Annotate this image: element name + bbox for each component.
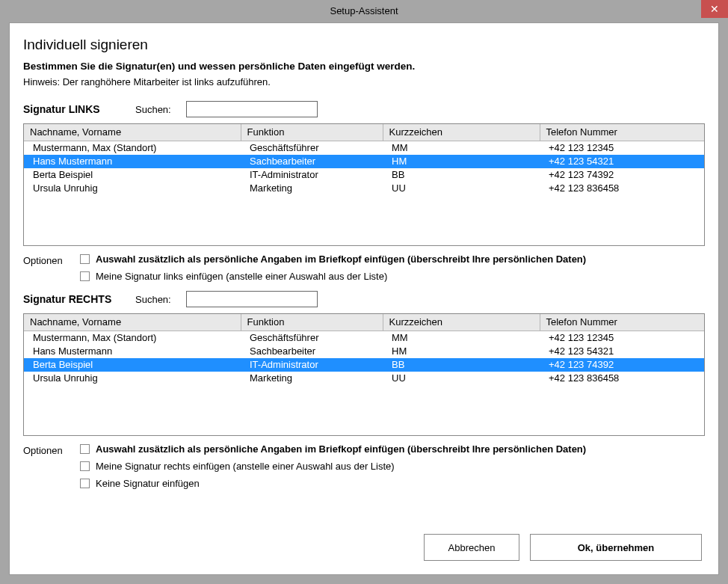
table-cell-name: Mustermann, Max (Standort) bbox=[24, 331, 241, 345]
search-label-right: Suchen: bbox=[135, 294, 171, 305]
close-button[interactable]: ✕ bbox=[701, 0, 728, 18]
table-cell-name: Berta Beispiel bbox=[24, 358, 241, 372]
table-row[interactable]: Hans MustermannSachbearbeiterHM+42 123 5… bbox=[24, 155, 704, 168]
table-cell-func: Geschäftsführer bbox=[241, 331, 383, 345]
option-label: Meine Signatur links einfügen (anstelle … bbox=[96, 271, 387, 282]
table-cell-tel: +42 123 12345 bbox=[540, 141, 704, 155]
table-cell-name: Berta Beispiel bbox=[24, 168, 241, 182]
page-subtitle: Bestimmen Sie die Signatur(en) und wesse… bbox=[23, 61, 705, 72]
option-checkbox[interactable] bbox=[80, 444, 90, 454]
option-row[interactable]: Keine Signatur einfügen bbox=[80, 478, 586, 489]
col-header-func[interactable]: Funktion bbox=[241, 314, 383, 331]
table-cell-tel: +42 123 836458 bbox=[540, 182, 704, 195]
table-cell-tel: +42 123 74392 bbox=[540, 168, 704, 182]
section-title-right: Signatur RECHTS bbox=[23, 293, 120, 305]
options-label-left: Optionen bbox=[23, 253, 68, 282]
table-cell-func: IT-Administrator bbox=[241, 358, 383, 372]
table-cell-tel: +42 123 54321 bbox=[540, 155, 704, 168]
search-input-left[interactable] bbox=[186, 101, 318, 117]
options-list-left: Auswahl zusätzlich als persönliche Angab… bbox=[80, 253, 586, 282]
table-cell-func: Marketing bbox=[241, 182, 383, 195]
option-checkbox[interactable] bbox=[80, 254, 90, 264]
option-checkbox[interactable] bbox=[80, 271, 90, 281]
table-cell-tel: +42 123 836458 bbox=[540, 372, 704, 385]
option-row[interactable]: Meine Signatur links einfügen (anstelle … bbox=[80, 271, 586, 282]
table-row[interactable]: Berta BeispielIT-AdministratorBB+42 123 … bbox=[24, 358, 704, 372]
table-row[interactable]: Mustermann, Max (Standort)Geschäftsführe… bbox=[24, 141, 704, 155]
table-cell-name: Ursula Unruhig bbox=[24, 372, 241, 385]
table-cell-kurz: MM bbox=[383, 331, 540, 345]
option-label: Keine Signatur einfügen bbox=[96, 478, 200, 489]
col-header-kurz[interactable]: Kurzzeichen bbox=[383, 124, 540, 141]
options-list-right: Auswahl zusätzlich als persönliche Angab… bbox=[80, 443, 586, 489]
option-row[interactable]: Auswahl zusätzlich als persönliche Angab… bbox=[80, 253, 586, 265]
options-block-left: Optionen Auswahl zusätzlich als persönli… bbox=[23, 253, 705, 282]
table-header-row: Nachname, Vorname Funktion Kurzzeichen T… bbox=[24, 124, 704, 141]
option-row[interactable]: Meine Signatur rechts einfügen (anstelle… bbox=[80, 461, 586, 472]
ok-button[interactable]: Ok, übernehmen bbox=[530, 534, 702, 561]
col-header-func[interactable]: Funktion bbox=[241, 124, 383, 141]
table-row[interactable]: Berta BeispielIT-AdministratorBB+42 123 … bbox=[24, 168, 704, 182]
options-block-right: Optionen Auswahl zusätzlich als persönli… bbox=[23, 443, 705, 489]
option-row[interactable]: Auswahl zusätzlich als persönliche Angab… bbox=[80, 443, 586, 455]
section-header-right: Signatur RECHTS Suchen: bbox=[23, 291, 705, 307]
table-cell-tel: +42 123 12345 bbox=[540, 331, 704, 345]
page-title: Individuell signieren bbox=[23, 37, 705, 53]
table-cell-func: IT-Administrator bbox=[241, 168, 383, 182]
close-icon: ✕ bbox=[710, 3, 719, 15]
option-checkbox[interactable] bbox=[80, 479, 90, 488]
table-cell-tel: +42 123 54321 bbox=[540, 345, 704, 358]
table-cell-func: Sachbearbeiter bbox=[241, 345, 383, 358]
table-cell-name: Mustermann, Max (Standort) bbox=[24, 141, 241, 155]
section-title-left: Signatur LINKS bbox=[23, 103, 120, 115]
col-header-name[interactable]: Nachname, Vorname bbox=[24, 314, 241, 331]
table-right-container: Nachname, Vorname Funktion Kurzzeichen T… bbox=[23, 313, 705, 436]
table-cell-kurz: UU bbox=[383, 182, 540, 195]
section-header-left: Signatur LINKS Suchen: bbox=[23, 101, 705, 117]
table-cell-tel: +42 123 74392 bbox=[540, 358, 704, 372]
option-label: Auswahl zusätzlich als persönliche Angab… bbox=[96, 443, 586, 455]
table-cell-kurz: BB bbox=[383, 358, 540, 372]
col-header-tel[interactable]: Telefon Nummer bbox=[540, 124, 704, 141]
option-checkbox[interactable] bbox=[80, 461, 90, 471]
table-cell-name: Ursula Unruhig bbox=[24, 182, 241, 195]
table-row[interactable]: Mustermann, Max (Standort)Geschäftsführe… bbox=[24, 331, 704, 345]
table-header-row: Nachname, Vorname Funktion Kurzzeichen T… bbox=[24, 314, 704, 331]
option-label: Meine Signatur rechts einfügen (anstelle… bbox=[96, 461, 395, 472]
search-label-left: Suchen: bbox=[135, 104, 171, 115]
col-header-kurz[interactable]: Kurzzeichen bbox=[383, 314, 540, 331]
dialog-panel: Individuell signieren Bestimmen Sie die … bbox=[9, 22, 719, 575]
search-input-right[interactable] bbox=[186, 291, 318, 307]
options-label-right: Optionen bbox=[23, 443, 68, 489]
table-row[interactable]: Hans MustermannSachbearbeiterHM+42 123 5… bbox=[24, 345, 704, 358]
page-hint: Hinweis: Der ranghöhere Mitarbeiter ist … bbox=[23, 76, 705, 87]
table-cell-kurz: HM bbox=[383, 345, 540, 358]
table-right: Nachname, Vorname Funktion Kurzzeichen T… bbox=[24, 314, 704, 385]
window-title: Setup-Assistent bbox=[0, 5, 728, 16]
table-cell-func: Geschäftsführer bbox=[241, 141, 383, 155]
table-left: Nachname, Vorname Funktion Kurzzeichen T… bbox=[24, 124, 704, 195]
table-left-container: Nachname, Vorname Funktion Kurzzeichen T… bbox=[23, 123, 705, 246]
option-label: Auswahl zusätzlich als persönliche Angab… bbox=[96, 253, 586, 265]
col-header-tel[interactable]: Telefon Nummer bbox=[540, 314, 704, 331]
cancel-button[interactable]: Abbrechen bbox=[424, 534, 519, 561]
table-cell-kurz: BB bbox=[383, 168, 540, 182]
table-cell-name: Hans Mustermann bbox=[24, 155, 241, 168]
table-cell-func: Sachbearbeiter bbox=[241, 155, 383, 168]
table-cell-func: Marketing bbox=[241, 372, 383, 385]
table-cell-name: Hans Mustermann bbox=[24, 345, 241, 358]
table-cell-kurz: HM bbox=[383, 155, 540, 168]
table-row[interactable]: Ursula UnruhigMarketingUU+42 123 836458 bbox=[24, 372, 704, 385]
table-row[interactable]: Ursula UnruhigMarketingUU+42 123 836458 bbox=[24, 182, 704, 195]
titlebar: Setup-Assistent ✕ bbox=[0, 0, 728, 21]
col-header-name[interactable]: Nachname, Vorname bbox=[24, 124, 241, 141]
table-cell-kurz: MM bbox=[383, 141, 540, 155]
button-row: Abbrechen Ok, übernehmen bbox=[424, 534, 702, 561]
table-cell-kurz: UU bbox=[383, 372, 540, 385]
